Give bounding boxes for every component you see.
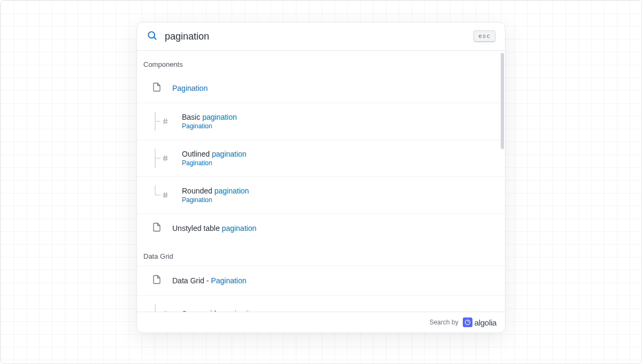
result-breadcrumb: Pagination xyxy=(182,159,247,167)
search-result-pagination[interactable]: Pagination xyxy=(137,74,505,103)
algolia-logo-icon xyxy=(463,317,472,327)
escape-key-button[interactable]: esc xyxy=(473,30,495,42)
page-icon xyxy=(152,275,162,286)
result-content: Unstyled table pagination xyxy=(172,224,256,233)
svg-line-24 xyxy=(164,311,165,312)
result-content: Data Grid - Pagination xyxy=(172,276,247,285)
tree-branch-icon xyxy=(152,112,171,131)
svg-line-6 xyxy=(164,119,165,125)
search-modal: esc Components Pagination xyxy=(136,22,506,333)
scrollbar-thumb[interactable] xyxy=(501,53,504,149)
result-content: Server-side pagination xyxy=(182,309,257,312)
result-content: Basic pagination Pagination xyxy=(182,113,237,130)
result-content: Outlined pagination Pagination xyxy=(182,150,247,167)
search-footer: Search by algolia xyxy=(137,312,505,332)
result-breadcrumb: Pagination xyxy=(182,122,237,130)
result-title: Basic pagination xyxy=(182,113,237,121)
result-breadcrumb: Pagination xyxy=(182,196,249,204)
search-result-rounded-pagination[interactable]: Rounded pagination Pagination xyxy=(137,176,505,213)
search-result-unstyled-table-pagination[interactable]: Unstyled table pagination xyxy=(137,213,505,243)
search-results-body: Components Pagination xyxy=(137,51,505,312)
svg-line-25 xyxy=(166,311,166,312)
svg-line-7 xyxy=(166,119,166,125)
page-background: esc Components Pagination xyxy=(0,0,642,364)
search-header: esc xyxy=(137,22,505,51)
svg-line-19 xyxy=(166,192,166,198)
result-title: Pagination xyxy=(172,84,208,92)
svg-line-13 xyxy=(166,156,166,161)
tree-branch-last-icon xyxy=(152,185,171,205)
section-header-components: Components xyxy=(137,51,505,74)
search-result-data-grid-pagination[interactable]: Data Grid - Pagination xyxy=(137,266,505,295)
svg-line-18 xyxy=(164,192,165,198)
search-result-server-side-pagination[interactable]: Server-side pagination xyxy=(137,295,505,312)
result-title: Server-side pagination xyxy=(182,309,257,312)
tree-branch-last-icon xyxy=(152,304,171,312)
result-content: Pagination xyxy=(172,84,208,92)
search-icon xyxy=(147,30,157,43)
result-content: Rounded pagination Pagination xyxy=(182,187,249,204)
result-title: Unstyled table pagination xyxy=(172,224,256,233)
result-title: Rounded pagination xyxy=(182,187,249,195)
algolia-logo-text: algolia xyxy=(475,318,496,327)
algolia-logo[interactable]: algolia xyxy=(463,317,496,327)
search-by-label: Search by xyxy=(430,319,458,326)
search-input[interactable] xyxy=(165,31,466,42)
svg-line-1 xyxy=(154,37,156,40)
tree-branch-icon xyxy=(152,149,171,168)
svg-line-12 xyxy=(164,156,165,161)
result-title: Data Grid - Pagination xyxy=(172,276,247,285)
page-icon xyxy=(152,82,162,94)
result-title: Outlined pagination xyxy=(182,150,247,158)
search-result-basic-pagination[interactable]: Basic pagination Pagination xyxy=(137,103,505,140)
search-result-outlined-pagination[interactable]: Outlined pagination Pagination xyxy=(137,140,505,176)
page-icon xyxy=(152,222,162,234)
section-header-data-grid: Data Grid xyxy=(137,243,505,266)
